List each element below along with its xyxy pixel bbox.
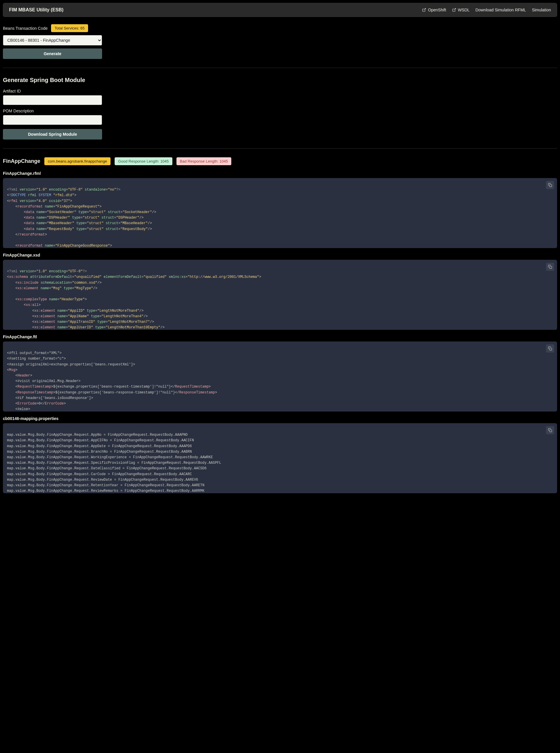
pom-desc-input[interactable] (3, 115, 102, 125)
trx-code-select[interactable]: CB00146 - 88301 - FinAppChange (3, 35, 102, 45)
link-wsdl[interactable]: WSDL (452, 7, 469, 12)
detail-badges: FinAppChange com.beans.agrobank.finappch… (3, 157, 557, 165)
svg-rect-4 (549, 348, 552, 350)
divider (3, 148, 557, 149)
copy-button[interactable] (546, 181, 554, 189)
generate-button[interactable]: Generate (3, 49, 102, 59)
ftl-code: <#ftl output_format="XML"> <#setting num… (3, 342, 557, 411)
app-title: FIM MBASE Utility (ESB) (9, 7, 64, 13)
external-link-icon (452, 8, 456, 12)
svg-rect-3 (549, 266, 552, 269)
xsd-code: <?xml version="1.0" encoding="UTF-8"?> <… (3, 260, 557, 330)
clipboard-icon (548, 183, 552, 187)
detail-name: FinAppChange (3, 158, 40, 164)
rfml-code: <?xml version="1.0" encoding="UTF-8" sta… (3, 178, 557, 248)
bad-length-badge: Bad Response Length: 1045 (177, 157, 232, 165)
props-code: map.value.Msg.Body.FinAppChange.Request.… (3, 423, 557, 493)
svg-line-0 (424, 8, 425, 10)
artifact-id-label: Artifact ID (3, 89, 557, 93)
app-header: FIM MBASE Utility (ESB) OpenShift WSDL D… (3, 3, 557, 17)
good-length-badge: Good Response Length: 1045 (115, 157, 172, 165)
svg-rect-5 (549, 430, 552, 432)
clipboard-icon (548, 346, 552, 350)
link-download-rfml[interactable]: Download Simulation RFML (475, 7, 526, 12)
trx-code-row: Beans Transaction Code Total Services: 6… (3, 24, 557, 32)
package-badge: com.beans.agrobank.finappchange (44, 157, 111, 165)
ftl-title: FinAppChange.ftl (3, 334, 557, 339)
copy-button[interactable] (546, 263, 554, 271)
pom-desc-label: POM Description (3, 109, 557, 113)
svg-rect-2 (549, 185, 552, 187)
total-services-badge: Total Services: 65 (51, 24, 88, 32)
header-links: OpenShift WSDL Download Simulation RFML … (422, 7, 551, 12)
svg-line-1 (454, 8, 455, 10)
rfml-title: FinAppChange.rfml (3, 171, 557, 176)
artifact-id-input[interactable] (3, 95, 102, 105)
link-openshift[interactable]: OpenShift (422, 7, 446, 12)
link-simulation[interactable]: Simulation (532, 7, 551, 12)
clipboard-icon (548, 265, 552, 269)
spring-heading: Generate Spring Boot Module (3, 77, 557, 83)
copy-button[interactable] (546, 426, 554, 434)
props-title: cb00146-mapping.properties (3, 416, 557, 421)
external-link-icon (422, 8, 426, 12)
copy-button[interactable] (546, 344, 554, 352)
trx-code-label: Beans Transaction Code (3, 26, 47, 31)
xsd-title: FinAppChange.xsd (3, 253, 557, 257)
clipboard-icon (548, 428, 552, 432)
download-spring-button[interactable]: Download Spring Module (3, 129, 102, 139)
